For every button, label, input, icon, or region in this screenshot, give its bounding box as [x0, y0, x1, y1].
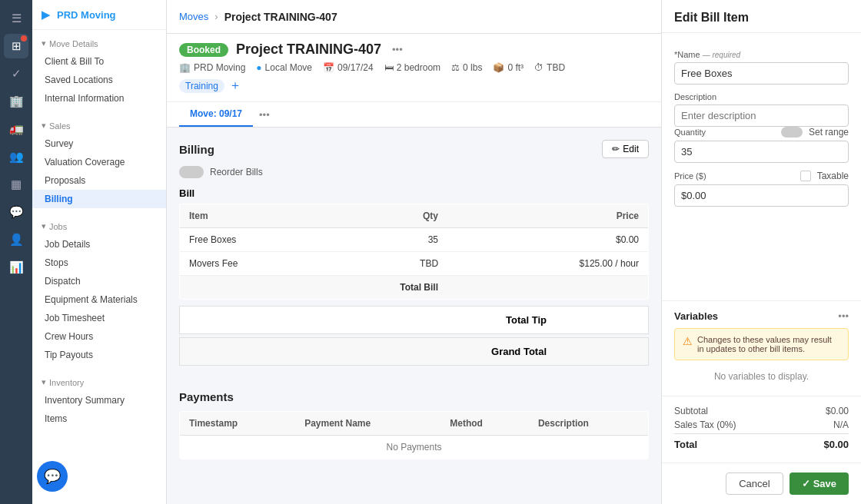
sidebar-item-client-bill-to[interactable]: Client & Bill To	[32, 52, 166, 71]
reorder-bills-row: Reorder Bills	[179, 166, 649, 178]
tabs-bar: Move: 09/17 •••	[167, 102, 661, 128]
bed-icon: 🛏	[384, 62, 394, 73]
variables-header: Variables •••	[674, 310, 849, 322]
sidebar-item-inventory-summary[interactable]: Inventory Summary	[32, 391, 166, 410]
sidebar-item-stops[interactable]: Stops	[32, 254, 166, 272]
project-name: Project TRAINING-407	[236, 41, 381, 58]
set-range-label: Set range	[809, 127, 849, 138]
item-name-movers-fee: Movers Fee	[180, 252, 353, 276]
breadcrumb-moves[interactable]: Moves	[179, 11, 208, 22]
chart-icon[interactable]: 📊	[4, 255, 28, 280]
nav-section-sales-title[interactable]: ▾ Sales	[32, 117, 166, 134]
set-range-toggle[interactable]	[781, 127, 803, 138]
taxable-checkbox[interactable]	[800, 171, 811, 181]
meta-time: ⏱ TBD	[534, 62, 565, 73]
name-input[interactable]	[674, 62, 849, 85]
nav-section-move-details: ▾ Move Details Client & Bill To Saved Lo…	[32, 30, 166, 112]
billing-section: Billing ✏ Edit Reorder Bills Bill Item Q…	[167, 128, 661, 378]
variables-more-icon[interactable]: •••	[838, 310, 849, 322]
sidebar-item-proposals[interactable]: Proposals	[32, 171, 166, 190]
col-qty: Qty	[353, 204, 447, 228]
total-bill-value	[447, 276, 648, 300]
description-input[interactable]	[674, 104, 849, 127]
cancel-button[interactable]: Cancel	[726, 472, 783, 495]
no-variables-label: No variables to display.	[674, 366, 849, 386]
edit-billing-button[interactable]: ✏ Edit	[602, 140, 649, 158]
chat-bubble-button[interactable]: 💬	[37, 461, 68, 492]
check-icon: ✓	[802, 478, 810, 489]
save-button[interactable]: ✓ Save	[790, 472, 849, 495]
meta-weight: ⚖ 0 lbs	[451, 62, 482, 73]
col-timestamp: Timestamp	[180, 412, 296, 436]
col-payment-name: Payment Name	[295, 412, 440, 436]
sidebar-item-dispatch[interactable]: Dispatch	[32, 272, 166, 290]
payments-table: Timestamp Payment Name Method Descriptio…	[179, 411, 649, 459]
tab-move-0917[interactable]: Move: 09/17	[179, 102, 253, 127]
billing-title: Billing	[179, 143, 214, 156]
sidebar-item-tip-payouts[interactable]: Tip Payouts	[32, 346, 166, 364]
sidebar-item-items[interactable]: Items	[32, 410, 166, 428]
item-qty-free-boxes: 35	[353, 228, 447, 252]
quantity-input[interactable]	[674, 141, 849, 163]
chevron-down-icon: ▾	[42, 38, 46, 48]
sidebar-item-equipment-materials[interactable]: Equipment & Materials	[32, 290, 166, 309]
brand-logo: PRD Moving	[57, 9, 116, 21]
grand-total-label: Grand Total	[491, 346, 547, 357]
sidebar-item-survey[interactable]: Survey	[32, 134, 166, 153]
variables-title: Variables	[674, 310, 718, 322]
price-input[interactable]	[674, 184, 849, 207]
people-icon[interactable]: 👥	[4, 144, 28, 169]
description-field-label: Description	[674, 92, 849, 101]
menu-icon[interactable]: ☰	[4, 6, 28, 31]
nav-section-inventory: ▾ Inventory Inventory Summary Items	[32, 369, 166, 433]
sidebar-item-job-details[interactable]: Job Details	[32, 235, 166, 254]
nav-section-move-details-title[interactable]: ▾ Move Details	[32, 35, 166, 52]
add-tag-icon[interactable]: ＋	[229, 78, 241, 94]
item-price-free-boxes: $0.00	[447, 228, 648, 252]
panel-title: Edit Bill Item	[674, 11, 849, 25]
sidebar-item-crew-hours[interactable]: Crew Hours	[32, 327, 166, 346]
truck-icon[interactable]: 🚛	[4, 117, 28, 141]
nav-section-jobs-title[interactable]: ▾ Jobs	[32, 217, 166, 235]
project-status-row: Booked Project TRAINING-407 •••	[179, 41, 649, 58]
pencil-icon: ✏	[612, 144, 620, 154]
sidebar: ☰ ⊞ ✓ 🏢 🚛 👥 ▦ 💬 👤 📊	[0, 0, 32, 504]
chevron-down-icon: ▾	[42, 121, 46, 131]
variables-section: Variables ••• ⚠ Changes to these values …	[662, 300, 861, 396]
price-row: Price ($) Taxable	[674, 171, 849, 181]
nav-section-sales: ▾ Sales Survey Valuation Coverage Propos…	[32, 112, 166, 213]
total-tip-row: Total Tip	[179, 306, 649, 334]
more-options-icon[interactable]: •••	[392, 44, 403, 55]
reorder-bills-toggle[interactable]	[179, 166, 204, 178]
user-icon[interactable]: 👤	[4, 227, 28, 252]
left-navigation: ▶ PRD Moving ▾ Move Details Client & Bil…	[32, 0, 167, 504]
meta-volume: 📦 0 ft³	[493, 62, 524, 73]
home-icon[interactable]: ⊞	[4, 34, 28, 58]
item-name-free-boxes: Free Boxes	[180, 228, 353, 252]
total-line: Total $0.00	[674, 433, 849, 450]
table-row: No Payments	[180, 436, 649, 459]
meta-date: 📅 09/17/24	[323, 62, 374, 73]
sidebar-item-job-timesheet[interactable]: Job Timesheet	[32, 309, 166, 327]
total-value: $0.00	[823, 439, 849, 450]
quantity-label: Quantity	[674, 128, 775, 137]
building-icon[interactable]: 🏢	[4, 89, 28, 114]
check-icon[interactable]: ✓	[4, 61, 28, 86]
breadcrumb-project: Project TRAINING-407	[224, 11, 337, 23]
reorder-bills-label: Reorder Bills	[210, 167, 263, 177]
sidebar-item-saved-locations[interactable]: Saved Locations	[32, 71, 166, 89]
nav-section-inventory-title[interactable]: ▾ Inventory	[32, 373, 166, 391]
sidebar-item-valuation-coverage[interactable]: Valuation Coverage	[32, 153, 166, 171]
calendar-icon: 📅	[323, 62, 334, 73]
meta-move-type: ● Local Move	[256, 62, 312, 73]
sidebar-item-billing[interactable]: Billing	[32, 190, 166, 208]
sales-tax-line: Sales Tax (0%) N/A	[674, 419, 849, 430]
notification-badge	[21, 35, 27, 41]
options-icon[interactable]: •••	[256, 109, 273, 121]
subtotal-line: Subtotal $0.00	[674, 406, 849, 416]
warning-icon: ⚠	[683, 335, 693, 353]
chat-icon[interactable]: 💬	[4, 200, 28, 224]
grid-icon[interactable]: ▦	[4, 172, 28, 197]
sidebar-item-internal-information[interactable]: Internal Information	[32, 89, 166, 108]
quantity-row: Quantity Set range	[674, 127, 849, 138]
